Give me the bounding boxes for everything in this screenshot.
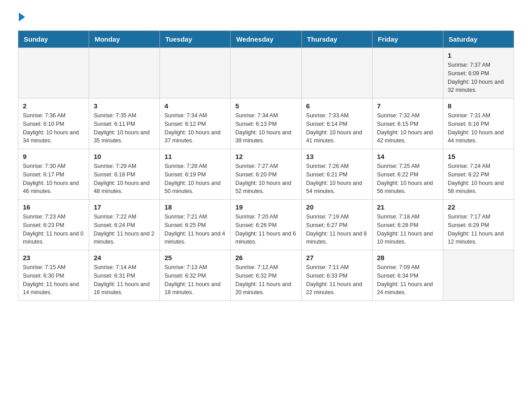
logo (18, 13, 25, 21)
day-number: 1 (448, 51, 509, 59)
day-info: Sunrise: 7:29 AMSunset: 6:18 PMDaylight:… (94, 162, 155, 196)
calendar-cell: 3Sunrise: 7:35 AMSunset: 6:11 PMDaylight… (89, 98, 160, 149)
day-info: Sunrise: 7:28 AMSunset: 6:19 PMDaylight:… (164, 162, 226, 196)
day-number: 12 (235, 153, 296, 160)
day-number: 16 (23, 203, 84, 211)
calendar-cell (89, 48, 160, 98)
calendar-header-thursday: Thursday (301, 31, 372, 48)
calendar-cell (18, 48, 89, 98)
calendar-cell: 24Sunrise: 7:14 AMSunset: 6:31 PMDayligh… (89, 250, 160, 301)
calendar-week-3: 9Sunrise: 7:30 AMSunset: 6:17 PMDaylight… (18, 149, 514, 200)
day-info: Sunrise: 7:25 AMSunset: 6:22 PMDaylight:… (377, 162, 438, 196)
calendar-cell: 21Sunrise: 7:18 AMSunset: 6:28 PMDayligh… (372, 200, 443, 250)
day-info: Sunrise: 7:37 AMSunset: 6:09 PMDaylight:… (448, 61, 509, 94)
day-number: 2 (23, 102, 84, 110)
day-info: Sunrise: 7:23 AMSunset: 6:23 PMDaylight:… (23, 213, 84, 246)
day-number: 3 (94, 102, 155, 110)
calendar-header-saturday: Saturday (443, 31, 514, 48)
calendar-week-5: 23Sunrise: 7:15 AMSunset: 6:30 PMDayligh… (18, 250, 514, 301)
day-number: 8 (448, 102, 509, 110)
calendar-cell (372, 48, 443, 98)
calendar-week-4: 16Sunrise: 7:23 AMSunset: 6:23 PMDayligh… (18, 200, 514, 250)
day-number: 17 (94, 203, 155, 211)
calendar-cell: 10Sunrise: 7:29 AMSunset: 6:18 PMDayligh… (89, 149, 160, 200)
calendar-cell: 4Sunrise: 7:34 AMSunset: 6:12 PMDaylight… (160, 98, 231, 149)
calendar-cell: 25Sunrise: 7:13 AMSunset: 6:32 PMDayligh… (160, 250, 231, 301)
day-info: Sunrise: 7:30 AMSunset: 6:17 PMDaylight:… (23, 162, 84, 196)
calendar-header-monday: Monday (89, 31, 160, 48)
day-number: 7 (377, 102, 438, 110)
calendar-week-1: 1Sunrise: 7:37 AMSunset: 6:09 PMDaylight… (18, 48, 514, 98)
calendar-cell: 18Sunrise: 7:21 AMSunset: 6:25 PMDayligh… (160, 200, 231, 250)
calendar-header-wednesday: Wednesday (231, 31, 301, 48)
day-info: Sunrise: 7:27 AMSunset: 6:20 PMDaylight:… (235, 162, 296, 196)
calendar-cell: 19Sunrise: 7:20 AMSunset: 6:26 PMDayligh… (231, 200, 301, 250)
calendar-table: SundayMondayTuesdayWednesdayThursdayFrid… (18, 30, 514, 301)
calendar-cell: 8Sunrise: 7:31 AMSunset: 6:16 PMDaylight… (443, 98, 514, 149)
calendar-cell: 12Sunrise: 7:27 AMSunset: 6:20 PMDayligh… (231, 149, 301, 200)
calendar-cell: 28Sunrise: 7:09 AMSunset: 6:34 PMDayligh… (372, 250, 443, 301)
day-number: 27 (306, 254, 368, 261)
day-info: Sunrise: 7:31 AMSunset: 6:16 PMDaylight:… (448, 111, 509, 145)
day-number: 15 (448, 153, 509, 160)
calendar-week-2: 2Sunrise: 7:36 AMSunset: 6:10 PMDaylight… (18, 98, 514, 149)
calendar-header-tuesday: Tuesday (160, 31, 231, 48)
calendar-cell: 1Sunrise: 7:37 AMSunset: 6:09 PMDaylight… (443, 48, 514, 98)
page-header (18, 13, 514, 21)
calendar-header-sunday: Sunday (18, 31, 89, 48)
day-number: 6 (306, 102, 368, 110)
calendar-cell: 22Sunrise: 7:17 AMSunset: 6:29 PMDayligh… (443, 200, 514, 250)
day-number: 24 (94, 254, 155, 261)
logo-triangle-icon (19, 13, 25, 21)
calendar-cell (443, 250, 514, 301)
day-info: Sunrise: 7:20 AMSunset: 6:26 PMDaylight:… (235, 213, 296, 246)
calendar-cell: 5Sunrise: 7:34 AMSunset: 6:13 PMDaylight… (231, 98, 301, 149)
day-number: 9 (23, 153, 84, 160)
day-number: 28 (377, 254, 438, 261)
day-number: 14 (377, 153, 438, 160)
day-info: Sunrise: 7:34 AMSunset: 6:13 PMDaylight:… (235, 111, 296, 145)
day-number: 11 (164, 153, 226, 160)
day-number: 18 (164, 203, 226, 211)
day-info: Sunrise: 7:35 AMSunset: 6:11 PMDaylight:… (94, 111, 155, 145)
calendar-cell: 6Sunrise: 7:33 AMSunset: 6:14 PMDaylight… (301, 98, 372, 149)
calendar-header-friday: Friday (372, 31, 443, 48)
day-info: Sunrise: 7:11 AMSunset: 6:33 PMDaylight:… (306, 263, 368, 297)
day-info: Sunrise: 7:18 AMSunset: 6:28 PMDaylight:… (377, 213, 438, 246)
calendar-cell: 14Sunrise: 7:25 AMSunset: 6:22 PMDayligh… (372, 149, 443, 200)
calendar-cell: 2Sunrise: 7:36 AMSunset: 6:10 PMDaylight… (18, 98, 89, 149)
day-number: 10 (94, 153, 155, 160)
day-number: 26 (235, 254, 296, 261)
day-info: Sunrise: 7:12 AMSunset: 6:32 PMDaylight:… (235, 263, 296, 297)
calendar-cell: 11Sunrise: 7:28 AMSunset: 6:19 PMDayligh… (160, 149, 231, 200)
day-number: 5 (235, 102, 296, 110)
day-info: Sunrise: 7:19 AMSunset: 6:27 PMDaylight:… (306, 213, 368, 246)
day-info: Sunrise: 7:24 AMSunset: 6:22 PMDaylight:… (448, 162, 509, 196)
day-number: 23 (23, 254, 84, 261)
calendar-cell: 15Sunrise: 7:24 AMSunset: 6:22 PMDayligh… (443, 149, 514, 200)
day-info: Sunrise: 7:21 AMSunset: 6:25 PMDaylight:… (164, 213, 226, 246)
day-number: 13 (306, 153, 368, 160)
day-info: Sunrise: 7:22 AMSunset: 6:24 PMDaylight:… (94, 213, 155, 246)
calendar-cell: 27Sunrise: 7:11 AMSunset: 6:33 PMDayligh… (301, 250, 372, 301)
calendar-cell: 16Sunrise: 7:23 AMSunset: 6:23 PMDayligh… (18, 200, 89, 250)
day-info: Sunrise: 7:26 AMSunset: 6:21 PMDaylight:… (306, 162, 368, 196)
day-info: Sunrise: 7:17 AMSunset: 6:29 PMDaylight:… (448, 213, 509, 246)
day-info: Sunrise: 7:09 AMSunset: 6:34 PMDaylight:… (377, 263, 438, 297)
day-number: 20 (306, 203, 368, 211)
calendar-cell (301, 48, 372, 98)
calendar-header-row: SundayMondayTuesdayWednesdayThursdayFrid… (18, 31, 514, 48)
day-number: 21 (377, 203, 438, 211)
day-info: Sunrise: 7:36 AMSunset: 6:10 PMDaylight:… (23, 111, 84, 145)
calendar-cell: 13Sunrise: 7:26 AMSunset: 6:21 PMDayligh… (301, 149, 372, 200)
day-info: Sunrise: 7:33 AMSunset: 6:14 PMDaylight:… (306, 111, 368, 145)
calendar-cell: 20Sunrise: 7:19 AMSunset: 6:27 PMDayligh… (301, 200, 372, 250)
day-number: 22 (448, 203, 509, 211)
day-info: Sunrise: 7:13 AMSunset: 6:32 PMDaylight:… (164, 263, 226, 297)
day-info: Sunrise: 7:32 AMSunset: 6:15 PMDaylight:… (377, 111, 438, 145)
calendar-cell: 17Sunrise: 7:22 AMSunset: 6:24 PMDayligh… (89, 200, 160, 250)
calendar-cell: 23Sunrise: 7:15 AMSunset: 6:30 PMDayligh… (18, 250, 89, 301)
day-info: Sunrise: 7:14 AMSunset: 6:31 PMDaylight:… (94, 263, 155, 297)
day-info: Sunrise: 7:15 AMSunset: 6:30 PMDaylight:… (23, 263, 84, 297)
day-number: 19 (235, 203, 296, 211)
